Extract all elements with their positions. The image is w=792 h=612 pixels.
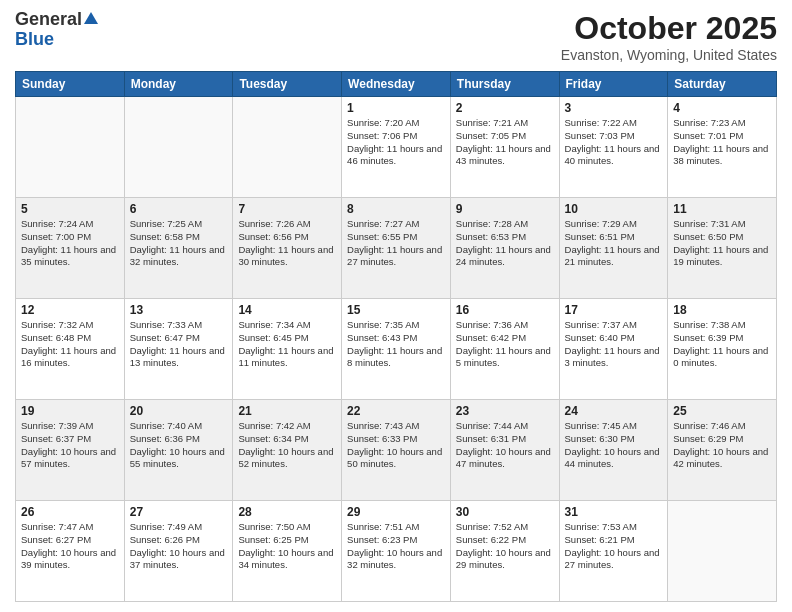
- day-info: Sunrise: 7:29 AM Sunset: 6:51 PM Dayligh…: [565, 218, 663, 269]
- day-number: 4: [673, 101, 771, 115]
- calendar-cell: 23Sunrise: 7:44 AM Sunset: 6:31 PM Dayli…: [450, 400, 559, 501]
- day-of-week-header: Wednesday: [342, 72, 451, 97]
- calendar-cell: 9Sunrise: 7:28 AM Sunset: 6:53 PM Daylig…: [450, 198, 559, 299]
- day-info: Sunrise: 7:23 AM Sunset: 7:01 PM Dayligh…: [673, 117, 771, 168]
- calendar-cell: 5Sunrise: 7:24 AM Sunset: 7:00 PM Daylig…: [16, 198, 125, 299]
- logo-icon: General: [15, 10, 99, 30]
- calendar-cell: 20Sunrise: 7:40 AM Sunset: 6:36 PM Dayli…: [124, 400, 233, 501]
- day-info: Sunrise: 7:32 AM Sunset: 6:48 PM Dayligh…: [21, 319, 119, 370]
- day-number: 10: [565, 202, 663, 216]
- day-info: Sunrise: 7:24 AM Sunset: 7:00 PM Dayligh…: [21, 218, 119, 269]
- day-info: Sunrise: 7:39 AM Sunset: 6:37 PM Dayligh…: [21, 420, 119, 471]
- calendar-cell: 31Sunrise: 7:53 AM Sunset: 6:21 PM Dayli…: [559, 501, 668, 602]
- calendar-cell: 21Sunrise: 7:42 AM Sunset: 6:34 PM Dayli…: [233, 400, 342, 501]
- day-info: Sunrise: 7:36 AM Sunset: 6:42 PM Dayligh…: [456, 319, 554, 370]
- calendar-cell: 4Sunrise: 7:23 AM Sunset: 7:01 PM Daylig…: [668, 97, 777, 198]
- title-section: October 2025 Evanston, Wyoming, United S…: [561, 10, 777, 63]
- day-of-week-header: Thursday: [450, 72, 559, 97]
- calendar-cell: 30Sunrise: 7:52 AM Sunset: 6:22 PM Dayli…: [450, 501, 559, 602]
- logo-general-text: General: [15, 10, 82, 30]
- day-number: 21: [238, 404, 336, 418]
- day-of-week-header: Tuesday: [233, 72, 342, 97]
- calendar-header-row: SundayMondayTuesdayWednesdayThursdayFrid…: [16, 72, 777, 97]
- day-number: 11: [673, 202, 771, 216]
- logo-blue-label: Blue: [15, 29, 54, 49]
- day-info: Sunrise: 7:21 AM Sunset: 7:05 PM Dayligh…: [456, 117, 554, 168]
- calendar-cell: 24Sunrise: 7:45 AM Sunset: 6:30 PM Dayli…: [559, 400, 668, 501]
- calendar-cell: 8Sunrise: 7:27 AM Sunset: 6:55 PM Daylig…: [342, 198, 451, 299]
- day-info: Sunrise: 7:31 AM Sunset: 6:50 PM Dayligh…: [673, 218, 771, 269]
- calendar-cell: [124, 97, 233, 198]
- day-info: Sunrise: 7:53 AM Sunset: 6:21 PM Dayligh…: [565, 521, 663, 572]
- day-info: Sunrise: 7:37 AM Sunset: 6:40 PM Dayligh…: [565, 319, 663, 370]
- month-title: October 2025: [561, 10, 777, 47]
- day-number: 17: [565, 303, 663, 317]
- day-number: 19: [21, 404, 119, 418]
- calendar-cell: [668, 501, 777, 602]
- day-info: Sunrise: 7:40 AM Sunset: 6:36 PM Dayligh…: [130, 420, 228, 471]
- day-info: Sunrise: 7:50 AM Sunset: 6:25 PM Dayligh…: [238, 521, 336, 572]
- day-of-week-header: Saturday: [668, 72, 777, 97]
- day-info: Sunrise: 7:45 AM Sunset: 6:30 PM Dayligh…: [565, 420, 663, 471]
- calendar-cell: [16, 97, 125, 198]
- day-of-week-header: Friday: [559, 72, 668, 97]
- calendar-week-row: 5Sunrise: 7:24 AM Sunset: 7:00 PM Daylig…: [16, 198, 777, 299]
- day-info: Sunrise: 7:52 AM Sunset: 6:22 PM Dayligh…: [456, 521, 554, 572]
- header: General Blue October 2025 Evanston, Wyom…: [15, 10, 777, 63]
- calendar-cell: 25Sunrise: 7:46 AM Sunset: 6:29 PM Dayli…: [668, 400, 777, 501]
- calendar-cell: 7Sunrise: 7:26 AM Sunset: 6:56 PM Daylig…: [233, 198, 342, 299]
- calendar-cell: 6Sunrise: 7:25 AM Sunset: 6:58 PM Daylig…: [124, 198, 233, 299]
- calendar-cell: 2Sunrise: 7:21 AM Sunset: 7:05 PM Daylig…: [450, 97, 559, 198]
- logo-arrow-icon: [83, 10, 99, 26]
- calendar-cell: 19Sunrise: 7:39 AM Sunset: 6:37 PM Dayli…: [16, 400, 125, 501]
- day-info: Sunrise: 7:25 AM Sunset: 6:58 PM Dayligh…: [130, 218, 228, 269]
- day-number: 2: [456, 101, 554, 115]
- day-number: 20: [130, 404, 228, 418]
- calendar-cell: [233, 97, 342, 198]
- day-info: Sunrise: 7:28 AM Sunset: 6:53 PM Dayligh…: [456, 218, 554, 269]
- day-info: Sunrise: 7:43 AM Sunset: 6:33 PM Dayligh…: [347, 420, 445, 471]
- calendar-cell: 3Sunrise: 7:22 AM Sunset: 7:03 PM Daylig…: [559, 97, 668, 198]
- day-number: 1: [347, 101, 445, 115]
- svg-marker-0: [84, 12, 98, 24]
- day-info: Sunrise: 7:27 AM Sunset: 6:55 PM Dayligh…: [347, 218, 445, 269]
- day-info: Sunrise: 7:38 AM Sunset: 6:39 PM Dayligh…: [673, 319, 771, 370]
- day-number: 14: [238, 303, 336, 317]
- calendar-week-row: 1Sunrise: 7:20 AM Sunset: 7:06 PM Daylig…: [16, 97, 777, 198]
- day-info: Sunrise: 7:34 AM Sunset: 6:45 PM Dayligh…: [238, 319, 336, 370]
- calendar-cell: 27Sunrise: 7:49 AM Sunset: 6:26 PM Dayli…: [124, 501, 233, 602]
- calendar-cell: 26Sunrise: 7:47 AM Sunset: 6:27 PM Dayli…: [16, 501, 125, 602]
- day-info: Sunrise: 7:51 AM Sunset: 6:23 PM Dayligh…: [347, 521, 445, 572]
- calendar-cell: 22Sunrise: 7:43 AM Sunset: 6:33 PM Dayli…: [342, 400, 451, 501]
- day-number: 15: [347, 303, 445, 317]
- day-of-week-header: Sunday: [16, 72, 125, 97]
- calendar-cell: 1Sunrise: 7:20 AM Sunset: 7:06 PM Daylig…: [342, 97, 451, 198]
- day-number: 23: [456, 404, 554, 418]
- day-info: Sunrise: 7:20 AM Sunset: 7:06 PM Dayligh…: [347, 117, 445, 168]
- day-info: Sunrise: 7:47 AM Sunset: 6:27 PM Dayligh…: [21, 521, 119, 572]
- calendar-cell: 28Sunrise: 7:50 AM Sunset: 6:25 PM Dayli…: [233, 501, 342, 602]
- day-number: 3: [565, 101, 663, 115]
- calendar-cell: 16Sunrise: 7:36 AM Sunset: 6:42 PM Dayli…: [450, 299, 559, 400]
- day-number: 29: [347, 505, 445, 519]
- day-number: 16: [456, 303, 554, 317]
- day-number: 25: [673, 404, 771, 418]
- calendar-cell: 11Sunrise: 7:31 AM Sunset: 6:50 PM Dayli…: [668, 198, 777, 299]
- day-info: Sunrise: 7:22 AM Sunset: 7:03 PM Dayligh…: [565, 117, 663, 168]
- day-info: Sunrise: 7:44 AM Sunset: 6:31 PM Dayligh…: [456, 420, 554, 471]
- calendar-cell: 13Sunrise: 7:33 AM Sunset: 6:47 PM Dayli…: [124, 299, 233, 400]
- day-number: 24: [565, 404, 663, 418]
- day-number: 12: [21, 303, 119, 317]
- day-info: Sunrise: 7:42 AM Sunset: 6:34 PM Dayligh…: [238, 420, 336, 471]
- day-number: 6: [130, 202, 228, 216]
- day-number: 7: [238, 202, 336, 216]
- calendar-week-row: 26Sunrise: 7:47 AM Sunset: 6:27 PM Dayli…: [16, 501, 777, 602]
- calendar-week-row: 12Sunrise: 7:32 AM Sunset: 6:48 PM Dayli…: [16, 299, 777, 400]
- day-info: Sunrise: 7:33 AM Sunset: 6:47 PM Dayligh…: [130, 319, 228, 370]
- day-of-week-header: Monday: [124, 72, 233, 97]
- day-info: Sunrise: 7:49 AM Sunset: 6:26 PM Dayligh…: [130, 521, 228, 572]
- day-number: 28: [238, 505, 336, 519]
- calendar-cell: 18Sunrise: 7:38 AM Sunset: 6:39 PM Dayli…: [668, 299, 777, 400]
- day-number: 13: [130, 303, 228, 317]
- day-number: 26: [21, 505, 119, 519]
